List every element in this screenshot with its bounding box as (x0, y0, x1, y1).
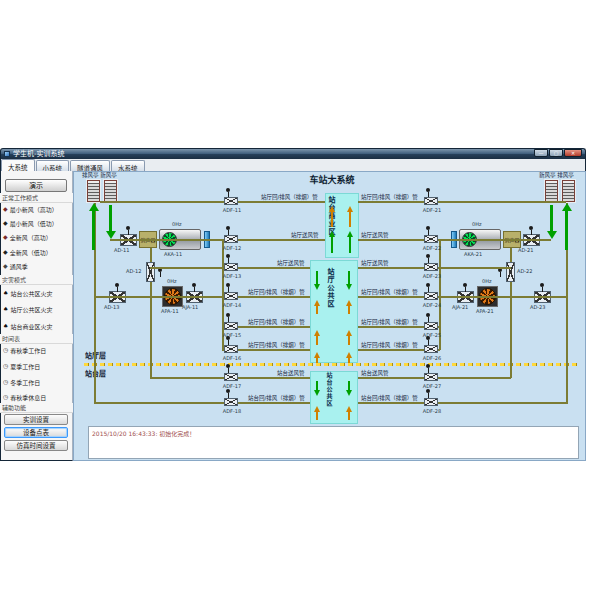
duct-label: 站厅送风管 (277, 260, 305, 266)
adf-damper-device[interactable] (224, 373, 238, 381)
device-label: AJA-21 (452, 305, 468, 310)
adf-damper-device[interactable] (424, 345, 438, 353)
duct-segment (100, 201, 325, 203)
adf-damper-device[interactable] (424, 263, 438, 271)
airflow-arrow-head-icon (547, 231, 557, 239)
device-label: ADF-24 (418, 303, 446, 308)
device-label: AKA-11 (164, 252, 182, 257)
sensor-icon (426, 313, 430, 317)
adf-damper-device[interactable] (424, 292, 438, 300)
sensor-icon (463, 283, 467, 287)
fan-frequency-label: 0Hz (167, 279, 177, 284)
flow-arrow-icon (348, 411, 350, 420)
flow-arrow-icon (349, 236, 351, 253)
device-label: AJA-11 (182, 305, 198, 310)
duct-label: 站台送风管 (277, 370, 305, 376)
device-label: AD-12 (126, 269, 141, 274)
device-label: ADF-18 (218, 409, 246, 414)
tower-labels-left: 排风亭 新风亭 (82, 172, 117, 178)
flow-arrow-head-icon (346, 352, 352, 358)
device-label: ADF-15 (218, 333, 246, 338)
sensor-icon (426, 389, 430, 393)
device-label: ADF-27 (418, 384, 446, 389)
adf-damper-device[interactable] (224, 235, 238, 243)
fresh-tower-left (104, 180, 117, 202)
device-label: ADF-14 (218, 303, 246, 308)
duct-label: 站台回/排风（排烟）管 (248, 395, 305, 401)
flow-arrow-head-icon (314, 352, 320, 358)
flow-arrow-head-icon (347, 206, 353, 212)
flow-arrow-icon (349, 211, 351, 227)
exhaust-tower-right (562, 180, 575, 202)
flow-arrow-icon (331, 211, 333, 227)
adf-damper-device[interactable] (224, 398, 238, 406)
flow-arrow-head-icon (346, 284, 352, 290)
fan-frequency-label: 0Hz (172, 222, 182, 227)
device-label: ADF-28 (418, 409, 446, 414)
adf-damper-device[interactable] (224, 292, 238, 300)
fan-frequency-label: 0Hz (482, 279, 492, 284)
flow-arrow-head-icon (346, 330, 352, 336)
adf-damper-device[interactable] (224, 197, 238, 205)
sensor-icon (426, 336, 430, 340)
sensor-icon (426, 283, 430, 287)
sensor-icon (426, 188, 430, 192)
adf-damper-device[interactable] (224, 263, 238, 271)
duct-segment (358, 239, 551, 241)
device-label: ADF-21 (418, 208, 446, 213)
diagram-layer: 车站大系统 排风亭 新风亭 新风亭 排风亭 站台商业区 站厅公共区 站台公共区 … (0, 0, 600, 600)
sensor-icon (226, 226, 230, 230)
sensor-icon (126, 226, 130, 230)
duct-label: 站厅回/排风（排烟）管 (261, 194, 318, 200)
duct-segment (94, 296, 310, 298)
airflow-arrow-icon (109, 205, 112, 231)
zone-platform-public-label: 站台公共区 (326, 372, 332, 407)
flow-arrow-head-icon (314, 284, 320, 290)
screenshot-stage: 学生机-实训系统 — ▢ ✕ 大系统 小系统 隧道通风 水系统 演示 正常工作模… (0, 0, 600, 600)
airflow-arrow-icon (565, 211, 568, 250)
sensor-icon (115, 283, 119, 287)
duct-segment (110, 239, 325, 241)
adf-damper-device[interactable] (424, 398, 438, 406)
sensor-icon (226, 254, 230, 258)
airflow-arrow-head-icon (106, 231, 116, 239)
flow-arrow-head-icon (329, 206, 335, 212)
bypass-damper-left[interactable] (146, 262, 155, 282)
duct-label: 站厅送风管 (361, 232, 389, 238)
flow-arrow-head-icon (346, 406, 352, 412)
device-label: ADF-25 (418, 333, 446, 338)
device-label: ADF-17 (218, 384, 246, 389)
duct-label: 站厅送风管 (291, 232, 319, 238)
adf-damper-device[interactable] (224, 345, 238, 353)
bypass-damper-right[interactable] (506, 262, 515, 282)
sensor-icon (529, 226, 533, 230)
flow-arrow-icon (331, 236, 333, 253)
flow-arrow-head-icon (346, 300, 352, 306)
device-label: ADF-26 (418, 356, 446, 361)
sensor-icon (226, 283, 230, 287)
duct-label: 站厅回/排风（排烟）管 (248, 289, 305, 295)
duct-label: 站厅回/排风（排烟）管 (361, 319, 418, 325)
adf-damper-device[interactable] (424, 373, 438, 381)
flow-arrow-icon (316, 411, 318, 420)
adf-damper-device[interactable] (424, 235, 438, 243)
duct-label: 站厅回/排风（排烟）管 (361, 194, 418, 200)
adf-damper-device[interactable] (224, 322, 238, 330)
duct-label: 站厅回/排风（排烟）管 (361, 289, 418, 295)
fan-frequency-label: 0Hz (472, 222, 482, 227)
duct-segment (94, 402, 310, 404)
log-panel: 2015/10/20 16:43:33: 初始化完成！ (88, 426, 579, 459)
level-separator-line (84, 363, 580, 366)
device-label: ADF-23 (418, 274, 446, 279)
flow-arrow-icon (316, 335, 318, 345)
flow-arrow-head-icon (314, 406, 320, 412)
adf-damper-device[interactable] (424, 197, 438, 205)
sensor-icon (226, 188, 230, 192)
diagram-title: 车站大系统 (297, 176, 367, 186)
device-label: ADF-22 (418, 246, 446, 251)
duct-label: 站台送风管 (361, 370, 389, 376)
flow-arrow-head-icon (314, 300, 320, 306)
tower-labels-right: 新风亭 排风亭 (539, 172, 574, 178)
adf-damper-device[interactable] (424, 322, 438, 330)
sensor-icon (226, 313, 230, 317)
